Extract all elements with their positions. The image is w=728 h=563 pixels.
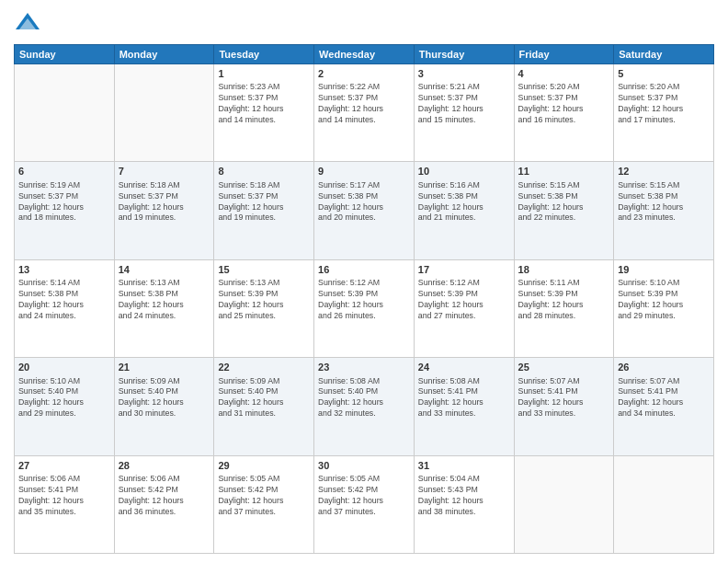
day-number: 29 — [218, 459, 310, 473]
day-cell: 3Sunrise: 5:21 AM Sunset: 5:37 PM Daylig… — [414, 64, 514, 162]
day-cell: 14Sunrise: 5:13 AM Sunset: 5:38 PM Dayli… — [114, 259, 214, 357]
day-cell: 6Sunrise: 5:19 AM Sunset: 5:37 PM Daylig… — [15, 162, 115, 259]
day-cell: 19Sunrise: 5:10 AM Sunset: 5:39 PM Dayli… — [614, 259, 714, 357]
weekday-header-thursday: Thursday — [414, 45, 514, 64]
weekday-header-row: SundayMondayTuesdayWednesdayThursdayFrid… — [15, 45, 714, 64]
day-number: 24 — [418, 361, 510, 374]
week-row-2: 6Sunrise: 5:19 AM Sunset: 5:37 PM Daylig… — [15, 162, 714, 259]
day-cell: 5Sunrise: 5:20 AM Sunset: 5:37 PM Daylig… — [614, 64, 714, 162]
day-info: Sunrise: 5:18 AM Sunset: 5:37 PM Dayligh… — [218, 180, 310, 224]
day-cell: 17Sunrise: 5:12 AM Sunset: 5:39 PM Dayli… — [414, 259, 514, 357]
day-info: Sunrise: 5:11 AM Sunset: 5:39 PM Dayligh… — [518, 278, 610, 322]
day-info: Sunrise: 5:10 AM Sunset: 5:39 PM Dayligh… — [618, 278, 710, 322]
day-info: Sunrise: 5:07 AM Sunset: 5:41 PM Dayligh… — [618, 376, 710, 420]
day-number: 2 — [318, 67, 410, 81]
day-number: 13 — [18, 263, 110, 277]
day-info: Sunrise: 5:15 AM Sunset: 5:38 PM Dayligh… — [518, 180, 610, 224]
day-info: Sunrise: 5:17 AM Sunset: 5:38 PM Dayligh… — [318, 180, 410, 224]
day-number: 7 — [119, 165, 210, 178]
day-info: Sunrise: 5:19 AM Sunset: 5:37 PM Dayligh… — [18, 180, 110, 224]
day-info: Sunrise: 5:13 AM Sunset: 5:38 PM Dayligh… — [119, 278, 210, 322]
day-number: 11 — [518, 165, 610, 178]
day-cell: 18Sunrise: 5:11 AM Sunset: 5:39 PM Dayli… — [514, 259, 614, 357]
week-row-1: 1Sunrise: 5:23 AM Sunset: 5:37 PM Daylig… — [15, 64, 714, 162]
day-info: Sunrise: 5:15 AM Sunset: 5:38 PM Dayligh… — [618, 180, 710, 224]
day-number: 14 — [119, 263, 210, 277]
day-number: 1 — [218, 67, 310, 81]
day-number: 9 — [318, 165, 410, 178]
day-info: Sunrise: 5:07 AM Sunset: 5:41 PM Dayligh… — [518, 376, 610, 420]
day-number: 5 — [618, 67, 710, 81]
day-number: 27 — [18, 459, 110, 473]
day-cell: 30Sunrise: 5:05 AM Sunset: 5:42 PM Dayli… — [314, 455, 415, 553]
calendar-table: SundayMondayTuesdayWednesdayThursdayFrid… — [14, 44, 714, 554]
day-cell: 9Sunrise: 5:17 AM Sunset: 5:38 PM Daylig… — [314, 162, 415, 259]
day-number: 4 — [518, 67, 610, 81]
weekday-header-saturday: Saturday — [614, 45, 714, 64]
day-info: Sunrise: 5:04 AM Sunset: 5:43 PM Dayligh… — [418, 474, 510, 518]
day-cell: 29Sunrise: 5:05 AM Sunset: 5:42 PM Dayli… — [214, 455, 314, 553]
day-cell: 22Sunrise: 5:09 AM Sunset: 5:40 PM Dayli… — [214, 358, 314, 455]
day-cell: 4Sunrise: 5:20 AM Sunset: 5:37 PM Daylig… — [514, 64, 614, 162]
day-number: 10 — [418, 165, 510, 178]
day-number: 31 — [418, 459, 510, 473]
day-number: 20 — [18, 361, 110, 374]
day-number: 30 — [318, 459, 410, 473]
day-info: Sunrise: 5:16 AM Sunset: 5:38 PM Dayligh… — [418, 180, 510, 224]
day-number: 21 — [119, 361, 210, 374]
day-number: 8 — [218, 165, 310, 178]
day-info: Sunrise: 5:06 AM Sunset: 5:42 PM Dayligh… — [119, 474, 210, 518]
day-cell: 11Sunrise: 5:15 AM Sunset: 5:38 PM Dayli… — [514, 162, 614, 259]
day-info: Sunrise: 5:08 AM Sunset: 5:40 PM Dayligh… — [318, 376, 410, 420]
day-cell — [114, 64, 214, 162]
week-row-4: 20Sunrise: 5:10 AM Sunset: 5:40 PM Dayli… — [15, 358, 714, 455]
day-number: 23 — [318, 361, 410, 374]
day-number: 28 — [119, 459, 210, 473]
day-info: Sunrise: 5:06 AM Sunset: 5:41 PM Dayligh… — [18, 474, 110, 518]
day-cell: 13Sunrise: 5:14 AM Sunset: 5:38 PM Dayli… — [15, 259, 115, 357]
day-number: 15 — [218, 263, 310, 277]
day-cell: 23Sunrise: 5:08 AM Sunset: 5:40 PM Dayli… — [314, 358, 415, 455]
day-cell: 26Sunrise: 5:07 AM Sunset: 5:41 PM Dayli… — [614, 358, 714, 455]
day-cell: 10Sunrise: 5:16 AM Sunset: 5:38 PM Dayli… — [414, 162, 514, 259]
day-number: 22 — [218, 361, 310, 374]
day-cell: 28Sunrise: 5:06 AM Sunset: 5:42 PM Dayli… — [114, 455, 214, 553]
day-number: 16 — [318, 263, 410, 277]
day-number: 19 — [618, 263, 710, 277]
day-number: 26 — [618, 361, 710, 374]
weekday-header-sunday: Sunday — [15, 45, 115, 64]
day-cell — [614, 455, 714, 553]
weekday-header-friday: Friday — [514, 45, 614, 64]
day-info: Sunrise: 5:12 AM Sunset: 5:39 PM Dayligh… — [318, 278, 410, 322]
day-cell — [514, 455, 614, 553]
day-cell: 15Sunrise: 5:13 AM Sunset: 5:39 PM Dayli… — [214, 259, 314, 357]
day-cell — [15, 64, 115, 162]
day-info: Sunrise: 5:14 AM Sunset: 5:38 PM Dayligh… — [18, 278, 110, 322]
day-cell: 25Sunrise: 5:07 AM Sunset: 5:41 PM Dayli… — [514, 358, 614, 455]
day-info: Sunrise: 5:20 AM Sunset: 5:37 PM Dayligh… — [618, 82, 710, 126]
day-number: 6 — [18, 165, 110, 178]
day-cell: 1Sunrise: 5:23 AM Sunset: 5:37 PM Daylig… — [214, 64, 314, 162]
day-info: Sunrise: 5:05 AM Sunset: 5:42 PM Dayligh… — [218, 474, 310, 518]
day-cell: 27Sunrise: 5:06 AM Sunset: 5:41 PM Dayli… — [15, 455, 115, 553]
day-cell: 31Sunrise: 5:04 AM Sunset: 5:43 PM Dayli… — [414, 455, 514, 553]
day-cell: 24Sunrise: 5:08 AM Sunset: 5:41 PM Dayli… — [414, 358, 514, 455]
week-row-3: 13Sunrise: 5:14 AM Sunset: 5:38 PM Dayli… — [15, 259, 714, 357]
day-info: Sunrise: 5:05 AM Sunset: 5:42 PM Dayligh… — [318, 474, 410, 518]
day-info: Sunrise: 5:21 AM Sunset: 5:37 PM Dayligh… — [418, 82, 510, 126]
weekday-header-wednesday: Wednesday — [314, 45, 415, 64]
page: SundayMondayTuesdayWednesdayThursdayFrid… — [0, 0, 728, 563]
day-cell: 20Sunrise: 5:10 AM Sunset: 5:40 PM Dayli… — [15, 358, 115, 455]
day-number: 12 — [618, 165, 710, 178]
day-number: 18 — [518, 263, 610, 277]
day-number: 17 — [418, 263, 510, 277]
day-number: 25 — [518, 361, 610, 374]
day-cell: 7Sunrise: 5:18 AM Sunset: 5:37 PM Daylig… — [114, 162, 214, 259]
day-cell: 16Sunrise: 5:12 AM Sunset: 5:39 PM Dayli… — [314, 259, 415, 357]
day-info: Sunrise: 5:09 AM Sunset: 5:40 PM Dayligh… — [119, 376, 210, 420]
week-row-5: 27Sunrise: 5:06 AM Sunset: 5:41 PM Dayli… — [15, 455, 714, 553]
header — [14, 9, 714, 37]
day-number: 3 — [418, 67, 510, 81]
weekday-header-tuesday: Tuesday — [214, 45, 314, 64]
weekday-header-monday: Monday — [114, 45, 214, 64]
